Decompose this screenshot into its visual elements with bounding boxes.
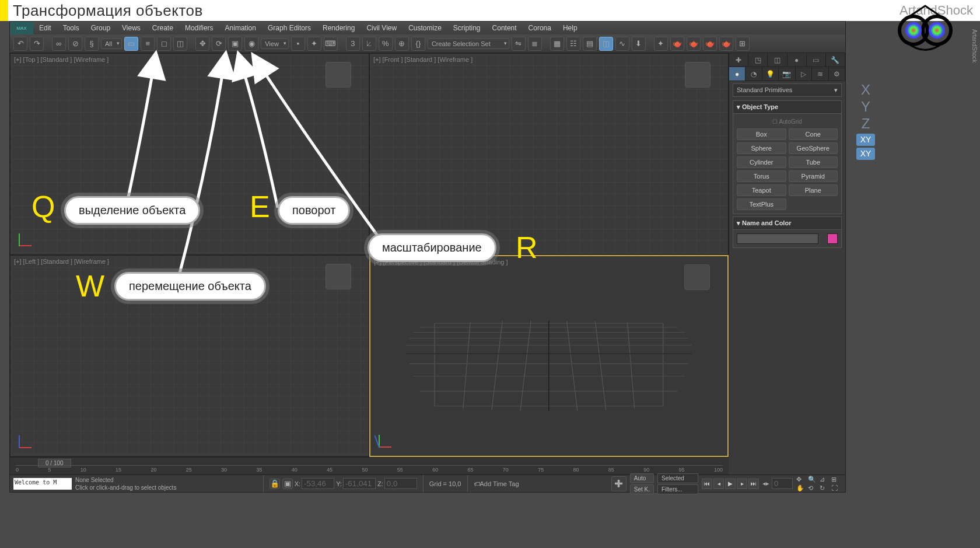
set-key-big-icon[interactable]: ✚	[611, 476, 626, 491]
subtab-cameras[interactable]: 📷	[779, 67, 795, 81]
bind-icon[interactable]: §	[85, 37, 99, 51]
menu-civil-view[interactable]: Civil View	[360, 24, 402, 32]
goto-end-icon[interactable]: ⏭	[748, 479, 759, 489]
object-name-input[interactable]	[737, 233, 818, 244]
x-coord-input[interactable]	[302, 478, 334, 489]
primitive-plane-button[interactable]: Plane	[789, 184, 838, 196]
named-selection-dropdown[interactable]: Create Selection Set	[428, 39, 509, 49]
primitive-box-button[interactable]: Box	[737, 128, 786, 140]
viewport-nav-icon[interactable]: ✥	[796, 476, 807, 483]
tab-create[interactable]: ✚	[729, 53, 748, 67]
angle-snap-icon[interactable]: ⟀	[362, 37, 376, 51]
manipulate-icon[interactable]: ✦	[307, 37, 321, 51]
spinner-snap-icon[interactable]: ⊕	[395, 37, 409, 51]
axis-y-button[interactable]: Y	[854, 99, 877, 116]
axis-z-button[interactable]: Z	[854, 116, 877, 132]
current-frame-input[interactable]	[772, 478, 793, 489]
unlink-icon[interactable]: ⊘	[68, 37, 82, 51]
menu-graph-editors[interactable]: Graph Editors	[262, 24, 317, 32]
material-editor-icon[interactable]: ✦	[654, 37, 668, 51]
undo-icon[interactable]: ↶	[13, 37, 27, 51]
primitive-tube-button[interactable]: Tube	[789, 156, 838, 168]
curve-editor-icon[interactable]: ◫	[599, 37, 613, 51]
subtab-systems[interactable]: ⚙	[829, 67, 845, 81]
z-coord-input[interactable]	[384, 478, 417, 489]
ref-coord-dropdown[interactable]: View	[261, 39, 289, 49]
viewcube-icon[interactable]	[326, 62, 351, 88]
add-time-tag[interactable]: 🏷 Add Time Tag	[467, 475, 525, 492]
subtab-lights[interactable]: 💡	[762, 67, 779, 81]
schematic-icon[interactable]: ⬇	[632, 37, 646, 51]
viewport-zoom-all-icon[interactable]: ⊞	[831, 476, 842, 483]
grid-icon[interactable]: ⊞	[736, 37, 750, 51]
layer-explorer-icon[interactable]: ☷	[566, 37, 580, 51]
viewport-pan-icon[interactable]: ✋	[796, 484, 807, 492]
selection-lock-icon[interactable]: 🔒	[270, 479, 280, 489]
primitive-geosphere-button[interactable]: GeoSphere	[789, 142, 838, 154]
menu-animation[interactable]: Animation	[219, 24, 262, 32]
primitive-pyramid-button[interactable]: Pyramid	[789, 170, 838, 182]
edit-selection-icon[interactable]: {}	[411, 37, 425, 51]
viewcube-icon[interactable]	[685, 62, 710, 88]
placement-icon[interactable]: ◉	[244, 37, 258, 51]
keyboard-shortcut-icon[interactable]: ⌨	[324, 37, 338, 51]
maxscript-listener[interactable]: Welcome to M	[13, 478, 72, 490]
move-icon[interactable]: ✥	[195, 37, 209, 51]
primitive-torus-button[interactable]: Torus	[737, 170, 786, 182]
snap-toggle-icon[interactable]: 3	[346, 37, 360, 51]
menu-help[interactable]: Help	[557, 24, 583, 32]
axis-x-button[interactable]: X	[854, 82, 877, 99]
menu-customize[interactable]: Customize	[402, 24, 447, 32]
menu-create[interactable]: Create	[146, 24, 179, 32]
render-frame-icon[interactable]: 🫖	[687, 37, 701, 51]
menu-content[interactable]: Content	[487, 24, 523, 32]
prev-frame-icon[interactable]: ◂	[713, 479, 724, 489]
axis-xy-button[interactable]: XY	[856, 134, 875, 146]
viewport-max-icon[interactable]: ⛶	[831, 484, 842, 492]
menu-group[interactable]: Group	[85, 24, 116, 32]
subtab-geometry[interactable]: ●	[729, 67, 746, 81]
subtab-spacewarps[interactable]: ≋	[812, 67, 828, 81]
viewport-left[interactable]: [+] [Left ] [Standard ] [Wireframe ]	[10, 255, 369, 457]
subtab-shapes[interactable]: ◔	[746, 67, 762, 81]
region-rect-icon[interactable]: ◻	[157, 37, 171, 51]
next-frame-icon[interactable]: ▸	[737, 479, 747, 489]
layers-icon[interactable]: ▦	[550, 37, 564, 51]
goto-start-icon[interactable]: ⏮	[702, 479, 712, 489]
window-crossing-icon[interactable]: ◫	[173, 37, 187, 51]
isolate-icon[interactable]: ▣	[282, 479, 293, 489]
primitive-teapot-button[interactable]: Teapot	[737, 184, 786, 196]
filters-button[interactable]: Filters...	[657, 484, 698, 494]
viewport-orbit-icon[interactable]: ⟲	[808, 484, 818, 492]
scale-icon[interactable]: ▣	[228, 37, 242, 51]
percent-snap-icon[interactable]: %	[379, 37, 393, 51]
viewport-top[interactable]: [+] [Top ] [Standard ] [Wireframe ]	[10, 53, 369, 255]
set-key-button[interactable]: Set K.	[630, 484, 654, 494]
viewport-roll-icon[interactable]: ↻	[820, 484, 830, 492]
menu-modifiers[interactable]: Modifiers	[179, 24, 219, 32]
timeline[interactable]: 0 / 100 0510 152025 303540 455055 606570…	[10, 457, 729, 474]
render-production-icon[interactable]: 🫖	[703, 37, 717, 51]
menu-edit[interactable]: Edit	[33, 24, 57, 32]
rotate-icon[interactable]: ⟳	[212, 37, 226, 51]
menu-scripting[interactable]: Scripting	[447, 24, 487, 32]
tab-modify[interactable]: ◳	[748, 53, 768, 67]
object-color-swatch[interactable]	[827, 233, 838, 244]
tab-display[interactable]: ▭	[807, 53, 826, 67]
menu-corona[interactable]: Corona	[523, 24, 557, 32]
primitive-textplus-button[interactable]: TextPlus	[737, 198, 786, 210]
align-icon[interactable]: ≣	[528, 37, 542, 51]
viewport-fov-icon[interactable]: ⊿	[820, 476, 830, 483]
select-object-icon[interactable]: ▭	[124, 37, 138, 51]
primitive-cylinder-button[interactable]: Cylinder	[737, 156, 786, 168]
viewport-front[interactable]: [+] [Front ] [Standard ] [Wireframe ]	[369, 53, 729, 255]
key-filters-dropdown[interactable]: Selected	[657, 473, 698, 483]
primitive-sphere-button[interactable]: Sphere	[737, 142, 786, 154]
redo-icon[interactable]: ↷	[30, 37, 44, 51]
viewcube-icon[interactable]	[684, 264, 710, 290]
viewport-perspective[interactable]: [+] [Perspective ] [Standard ] [Default …	[369, 255, 729, 457]
selection-filter-dropdown[interactable]: All	[101, 39, 122, 49]
viewcube-icon[interactable]	[326, 264, 351, 289]
menu-tools[interactable]: Tools	[57, 24, 85, 32]
link-icon[interactable]: ∞	[52, 37, 66, 51]
